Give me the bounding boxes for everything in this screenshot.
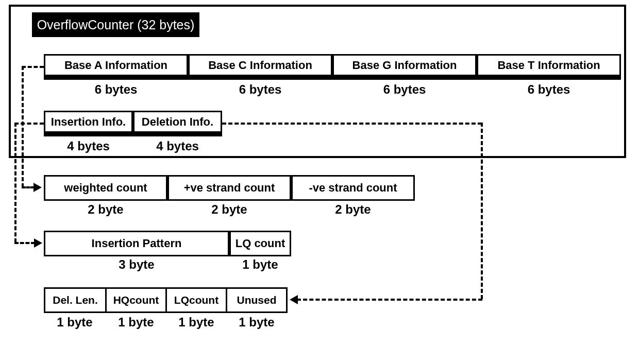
label: Insertion Info. <box>51 115 126 129</box>
title-text: OverflowCounter (32 bytes) <box>37 18 195 32</box>
conn-to-weighted-h <box>22 186 35 188</box>
label: Insertion Pattern <box>92 237 182 250</box>
cell-base-a: Base A Information <box>44 54 188 80</box>
conn-del-right-h <box>222 123 482 125</box>
conn-ins-left-h <box>14 123 44 125</box>
conn-base-left-h <box>22 66 44 68</box>
cell-del-len: Del. Len. <box>44 287 107 313</box>
label: Del. Len. <box>53 294 98 306</box>
label: Base C Information <box>208 59 312 72</box>
size-unused: 1 byte <box>226 315 288 330</box>
label: +ve strand count <box>184 181 275 195</box>
conn-to-inspattern-h <box>14 242 35 244</box>
label: LQ count <box>236 237 285 250</box>
label: LQcount <box>174 294 218 306</box>
arrow-to-weighted <box>33 183 42 192</box>
title-banner: OverflowCounter (32 bytes) <box>32 12 199 37</box>
cell-insertion-pattern: Insertion Pattern <box>44 231 229 256</box>
label: Unused <box>237 294 276 306</box>
size-base-g: 6 bytes <box>332 82 477 97</box>
size-neg-strand-count: 2 byte <box>291 202 415 217</box>
conn-del-right-v <box>481 123 483 299</box>
size-base-t: 6 bytes <box>477 82 621 97</box>
cell-deletion-info: Deletion Info. <box>133 111 222 136</box>
label: Base G Information <box>352 59 457 72</box>
arrow-to-unused <box>290 295 298 304</box>
size-deletion-info: 4 bytes <box>133 139 222 153</box>
conn-to-unused-h <box>297 299 482 301</box>
diagram-canvas: OverflowCounter (32 bytes) Base A Inform… <box>0 0 639 364</box>
cell-unused: Unused <box>226 287 288 313</box>
cell-hqcount: HQcount <box>105 287 167 313</box>
cell-lqcount: LQcount <box>165 287 227 313</box>
size-base-a: 6 bytes <box>44 82 188 97</box>
cell-pos-strand-count: +ve strand count <box>167 175 291 201</box>
size-insertion-pattern: 3 byte <box>44 257 229 272</box>
label: Deletion Info. <box>142 115 213 129</box>
cell-base-g: Base G Information <box>332 54 477 80</box>
cell-base-t: Base T Information <box>477 54 621 80</box>
size-lqcount: 1 byte <box>165 315 227 330</box>
size-lq-count: 1 byte <box>229 257 291 272</box>
arrow-to-inspattern <box>34 238 42 248</box>
label: Base T Information <box>497 59 600 72</box>
cell-base-c: Base C Information <box>188 54 332 80</box>
size-pos-strand-count: 2 byte <box>167 202 291 217</box>
label: HQcount <box>113 294 159 306</box>
label: Base A Information <box>64 59 167 72</box>
size-insertion-info: 4 bytes <box>44 139 133 153</box>
label: -ve strand count <box>309 181 397 195</box>
size-base-c: 6 bytes <box>188 82 332 97</box>
size-hqcount: 1 byte <box>105 315 167 330</box>
size-weighted-count: 2 byte <box>44 202 167 217</box>
cell-lq-count: LQ count <box>229 231 291 256</box>
label: weighted count <box>64 181 147 195</box>
cell-insertion-info: Insertion Info. <box>44 111 133 136</box>
cell-weighted-count: weighted count <box>44 175 167 201</box>
size-del-len: 1 byte <box>44 315 106 330</box>
conn-ins-left-v <box>14 123 16 242</box>
cell-neg-strand-count: -ve strand count <box>291 175 415 201</box>
conn-base-left-v <box>22 66 24 187</box>
